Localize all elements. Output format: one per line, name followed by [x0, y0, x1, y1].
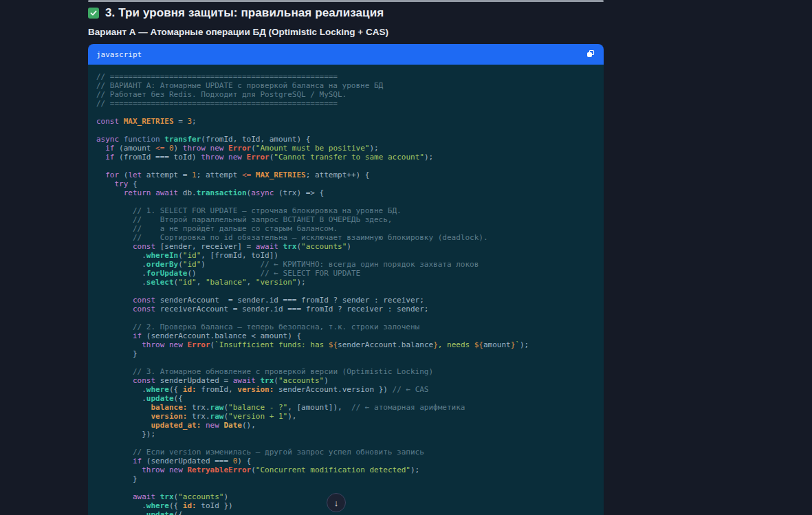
code-line: .select("id", "balance", "version"); — [96, 278, 595, 287]
code-line: .update({ — [96, 394, 595, 403]
code-line: await trx("accounts") — [96, 492, 595, 501]
code-line: const MAX_RETRIES = 3; — [96, 117, 595, 126]
code-line: try { — [96, 179, 595, 188]
code-line — [96, 483, 595, 492]
code-line: // а не пройдёт дальше со старым балансо… — [96, 224, 595, 233]
code-line: balance: trx.raw("balance - ?", [amount]… — [96, 403, 595, 412]
code-line: .whereIn("id", [fromId, toId]) — [96, 251, 595, 260]
code-line: // =====================================… — [96, 99, 595, 108]
copy-icon — [586, 50, 595, 60]
code-line: } — [96, 474, 595, 483]
code-line: } — [96, 349, 595, 358]
code-line: const senderAccount = sender.id === from… — [96, 296, 595, 305]
scroll-to-bottom-button[interactable]: ↓ — [327, 493, 346, 512]
code-line — [96, 287, 595, 296]
code-line: return await db.transaction(async (trx) … — [96, 188, 595, 197]
code-line — [96, 197, 595, 206]
code-line — [96, 126, 595, 135]
code-line: .forUpdate() // ← SELECT FOR UPDATE — [96, 269, 595, 278]
code-line: version: trx.raw("version + 1"), — [96, 412, 595, 421]
code-line: // Второй параллельный запрос ВСТАНЕТ В … — [96, 215, 595, 224]
code-line: .update({ — [96, 510, 595, 515]
code-line: updated_at: new Date(), — [96, 421, 595, 430]
code-line: // ВАРИАНТ А: Атомарные UPDATE с проверк… — [96, 81, 595, 90]
code-line: async function transfer(fromId, toId, am… — [96, 135, 595, 144]
code-line: // Если version изменилась — другой запр… — [96, 448, 595, 457]
check-icon — [88, 8, 99, 19]
copy-code-button[interactable] — [585, 48, 596, 61]
code-block: javascript // ==========================… — [88, 44, 604, 515]
variant-subheading: Вариант А — Атомарные операции БД (Optim… — [88, 27, 604, 37]
code-line: if (senderUpdated === 0) { — [96, 457, 595, 465]
code-line — [96, 314, 595, 322]
code-line: // 1. SELECT FOR UPDATE — строчная блоки… — [96, 206, 595, 215]
code-line: .where({ id: toId }) — [96, 501, 595, 510]
code-line: throw new Error(`Insufficient funds: has… — [96, 340, 595, 349]
code-line: throw new RetryableError("Concurrent mod… — [96, 465, 595, 474]
code-line: const [sender, receiver] = await trx("ac… — [96, 242, 595, 251]
code-line: // 3. Атомарное обновление с проверкой в… — [96, 367, 595, 376]
code-line — [96, 108, 595, 117]
section-heading-text: 3. Три уровня защиты: правильная реализа… — [105, 6, 384, 20]
code-line: // =====================================… — [96, 72, 595, 81]
code-line: // Работает без Redis. Подходит для Post… — [96, 90, 595, 99]
code-line — [96, 162, 595, 171]
code-content[interactable]: // =====================================… — [88, 65, 604, 515]
code-line: .orderBy("id") // ← КРИТИЧНО: всегда оди… — [96, 260, 595, 269]
code-line: // Сортировка по id обязательна — исключ… — [96, 233, 595, 242]
code-line: // 2. Проверка баланса — теперь безопасн… — [96, 322, 595, 331]
language-label: javascript — [96, 50, 142, 59]
code-line: const senderUpdated = await trx("account… — [96, 376, 595, 385]
code-line — [96, 439, 595, 448]
code-line: const receiverAccount = sender.id === fr… — [96, 305, 595, 314]
code-line: if (fromId === toId) throw new Error("Ca… — [96, 153, 595, 162]
section-heading: 3. Три уровня защиты: правильная реализа… — [88, 6, 604, 20]
code-line: .where({ id: fromId, version: senderAcco… — [96, 385, 595, 394]
code-line: for (let attempt = 1; attempt <= MAX_RET… — [96, 171, 595, 179]
code-line: }); — [96, 430, 595, 439]
code-line: if (senderAccount.balance < amount) { — [96, 331, 595, 340]
code-line — [96, 358, 595, 367]
code-line: if (amount <= 0) throw new Error("Amount… — [96, 144, 595, 153]
arrow-down-icon: ↓ — [334, 498, 339, 507]
horizontal-scrollbar[interactable] — [88, 0, 604, 2]
code-block-header: javascript — [88, 44, 604, 65]
